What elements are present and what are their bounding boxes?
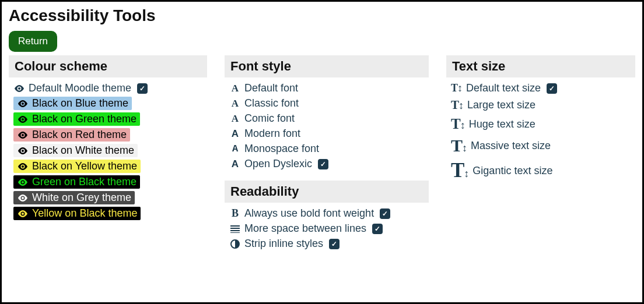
colour-option-label: Black on Red theme <box>32 129 127 140</box>
textsize-option-label: Default text size <box>466 82 541 94</box>
checked-icon: ✓ <box>329 239 340 249</box>
svg-point-7 <box>22 197 24 199</box>
text-height-icon: T↕ <box>451 116 466 132</box>
svg-point-4 <box>22 150 24 152</box>
section-heading-textsize: Text size <box>446 55 635 77</box>
readability-option-bold[interactable]: B Always use bold font weight ✓ <box>229 207 429 220</box>
eye-icon <box>17 147 29 154</box>
col-text-size: Text size T↕ Default text size ✓ T↕ Larg… <box>446 55 635 260</box>
font-letter-icon: A <box>229 98 241 109</box>
checked-icon: ✓ <box>547 83 557 94</box>
svg-point-8 <box>22 213 24 215</box>
colour-option-yellow[interactable]: Black on Yellow theme <box>13 160 207 173</box>
contrast-icon <box>229 239 241 249</box>
section-heading-colour: Colour scheme <box>9 55 207 77</box>
checked-icon: ✓ <box>137 83 148 94</box>
colour-option-default[interactable]: Default Moodle theme ✓ <box>13 82 207 94</box>
eye-icon <box>17 179 29 186</box>
text-size-list: T↕ Default text size ✓ T↕ Large text siz… <box>446 82 635 182</box>
readability-option-label: More space between lines <box>244 222 366 234</box>
colour-option-white-on-grey[interactable]: White on Grey theme <box>13 191 207 204</box>
textsize-option-default[interactable]: T↕ Default text size ✓ <box>451 82 635 94</box>
section-heading-font: Font style <box>225 55 429 77</box>
font-option-comic[interactable]: A Comic font <box>229 112 429 125</box>
columns: Colour scheme Default Moodle theme ✓ Bla… <box>9 55 635 260</box>
font-style-list: A Default font A Classic font A Comic fo… <box>225 82 429 170</box>
font-option-label: Monospace font <box>244 143 319 154</box>
checked-icon: ✓ <box>318 159 328 169</box>
text-height-icon: T↕ <box>451 136 467 155</box>
eye-icon <box>17 116 29 123</box>
textsize-option-label: Massive text size <box>471 140 551 151</box>
font-letter-icon: A <box>229 143 241 154</box>
text-height-icon: T↕ <box>451 98 464 112</box>
font-letter-icon: A <box>229 128 241 140</box>
colour-option-label: Black on Yellow theme <box>32 160 137 172</box>
eye-icon <box>17 210 29 217</box>
eye-icon <box>17 195 29 202</box>
page-title: Accessibility Tools <box>9 6 635 25</box>
eye-icon <box>17 100 29 107</box>
checked-icon: ✓ <box>372 224 383 234</box>
svg-point-3 <box>22 134 24 136</box>
font-option-dyslexic[interactable]: A Open Dyslexic ✓ <box>229 158 429 170</box>
svg-point-2 <box>22 118 24 121</box>
colour-option-label: Green on Black theme <box>32 176 136 188</box>
checked-icon: ✓ <box>380 208 390 219</box>
colour-option-label: Default Moodle theme <box>29 82 131 94</box>
textsize-option-massive[interactable]: T↕ Massive text size <box>451 136 635 155</box>
colour-option-label: Black on Blue theme <box>32 97 128 109</box>
font-option-default[interactable]: A Default font <box>229 82 429 94</box>
textsize-option-label: Large text size <box>467 99 536 111</box>
font-option-modern[interactable]: A Modern font <box>229 128 429 140</box>
colour-scheme-list: Default Moodle theme ✓ Black on Blue the… <box>9 82 207 220</box>
col-colour-scheme: Colour scheme Default Moodle theme ✓ Bla… <box>9 55 207 260</box>
colour-option-yellow-on-black[interactable]: Yellow on Black theme <box>13 207 207 220</box>
col-font-readability: Font style A Default font A Classic font… <box>225 55 429 260</box>
textsize-option-gigantic[interactable]: T↕ Gigantic text size <box>451 159 635 182</box>
readability-list: B Always use bold font weight ✓ More spa… <box>225 207 429 250</box>
colour-option-label: Black on White theme <box>32 144 134 156</box>
text-height-icon: T↕ <box>451 82 463 94</box>
eye-icon <box>17 163 29 170</box>
colour-option-red[interactable]: Black on Red theme <box>13 128 207 142</box>
colour-option-white[interactable]: Black on White theme <box>13 144 207 157</box>
eye-icon <box>17 132 29 139</box>
font-letter-icon: A <box>229 83 241 94</box>
font-letter-icon: A <box>229 113 241 125</box>
svg-point-0 <box>18 87 20 90</box>
colour-option-label: Black on Green theme <box>32 113 136 125</box>
colour-option-green-on-black[interactable]: Green on Black theme <box>13 175 207 189</box>
font-option-label: Open Dyslexic <box>244 158 312 169</box>
textsize-option-huge[interactable]: T↕ Huge text size <box>451 116 635 132</box>
colour-option-label: White on Grey theme <box>32 192 131 203</box>
colour-option-label: Yellow on Black theme <box>32 207 137 219</box>
eye-icon <box>13 85 25 92</box>
readability-option-linespace[interactable]: More space between lines ✓ <box>229 222 429 235</box>
colour-option-blue[interactable]: Black on Blue theme <box>13 97 207 110</box>
readability-option-strip[interactable]: Strip inline styles ✓ <box>229 238 429 250</box>
svg-point-1 <box>22 102 24 105</box>
font-option-monospace[interactable]: A Monospace font <box>229 143 429 155</box>
svg-point-6 <box>22 181 24 183</box>
lines-icon <box>229 225 241 233</box>
textsize-option-label: Huge text size <box>469 118 536 130</box>
readability-option-label: Strip inline styles <box>244 238 323 249</box>
colour-option-green[interactable]: Black on Green theme <box>13 112 207 126</box>
font-option-label: Comic font <box>244 112 295 124</box>
return-button[interactable]: Return <box>9 31 57 52</box>
section-heading-readability: Readability <box>225 181 429 203</box>
readability-option-label: Always use bold font weight <box>244 207 374 219</box>
text-height-icon: T↕ <box>451 159 469 182</box>
bold-icon: B <box>229 207 241 220</box>
textsize-option-label: Gigantic text size <box>473 165 552 176</box>
font-letter-icon: A <box>229 158 241 170</box>
font-option-label: Default font <box>244 82 298 94</box>
font-option-label: Modern font <box>244 128 300 139</box>
font-option-classic[interactable]: A Classic font <box>229 97 429 109</box>
svg-point-5 <box>22 165 24 168</box>
textsize-option-large[interactable]: T↕ Large text size <box>451 98 635 112</box>
font-option-label: Classic font <box>244 97 299 109</box>
